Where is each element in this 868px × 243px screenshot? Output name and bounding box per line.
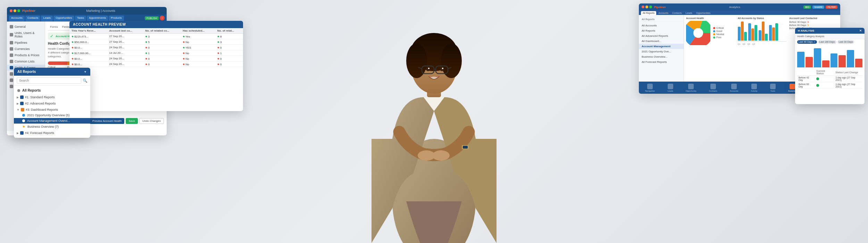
- nav-tab-accounts[interactable]: Accounts: [9, 16, 25, 22]
- nav-icon-tools[interactable]: Tools: [770, 84, 776, 92]
- publish-button[interactable]: PUBLISH: [145, 16, 159, 20]
- sub-tab-forms[interactable]: Forms: [48, 24, 60, 30]
- analytics-tab-contacts[interactable]: Contacts: [670, 11, 684, 15]
- sidebar-item-currencies[interactable]: Currencies: [7, 46, 45, 52]
- sub-item-business-overview[interactable]: ★ Business Overview (7): [14, 124, 90, 129]
- settings-icon: [10, 72, 13, 76]
- sidebar-item-general[interactable]: General: [7, 24, 45, 30]
- legend-item-critical: Critical: [713, 27, 724, 29]
- preview-button[interactable]: Preview Account Health: [90, 118, 125, 124]
- filter-last30[interactable]: Last 30 Days: [837, 40, 854, 44]
- detail-title-text: H ANALYSIS: [798, 29, 814, 32]
- app-logo: Pipeliner: [22, 9, 35, 12]
- sidebar-all-reports[interactable]: All Reports: [639, 28, 684, 33]
- legend-dot-critical: [713, 27, 715, 29]
- detail-row-name-2: Before 60 Day: [797, 82, 815, 89]
- nav-icon-contacts-label: Contacts: [709, 90, 717, 92]
- undo-button[interactable]: Undo Changes: [139, 118, 164, 124]
- sidebar-advanced-reports[interactable]: All Advanced Reports: [639, 33, 684, 39]
- report-group-2-header[interactable]: ▶ #2: Advanced Reports: [14, 101, 90, 106]
- report-group-4-header[interactable]: ▶ #4: Forecast Reports: [14, 130, 90, 136]
- analytics-tab-accounts[interactable]: Accounts: [657, 11, 670, 15]
- bar-group-3: [759, 22, 768, 41]
- nav-icon-opportunity[interactable]: Opportunity: [686, 84, 696, 92]
- maximize-button[interactable]: [17, 9, 20, 12]
- sidebar-forecast[interactable]: All Forecast Reports: [639, 59, 684, 65]
- nav-icon-accounts[interactable]: Accounts: [730, 84, 738, 92]
- sidebar-all-accounts[interactable]: All Accounts: [639, 23, 684, 28]
- bar-legend-label-q1: Q1: [738, 43, 741, 45]
- settings-titlebar: Pipeliner Marketing | Accounts: [7, 7, 167, 15]
- report-group-3-header[interactable]: ▼ #3: Dashboard Reports: [14, 107, 90, 112]
- bar-blue-4: [769, 25, 772, 41]
- activity-icon: [751, 84, 757, 89]
- detail-close-icon[interactable]: ✕: [859, 29, 862, 32]
- nav-tab-leads[interactable]: Leads: [41, 16, 53, 22]
- legend-dot-neutral: [713, 33, 715, 35]
- sidebar-item-products[interactable]: Products & Prices: [7, 52, 45, 58]
- analytics-tab-opportunities[interactable]: Opportunities: [694, 11, 712, 15]
- nav-icon-contacts[interactable]: Contacts: [709, 84, 717, 92]
- date-cell: 14 Jul 20...: [107, 50, 143, 56]
- min-btn[interactable]: [645, 6, 648, 8]
- sub-item-opportunity-overview[interactable]: 2021 Opportunity Overview (5): [14, 112, 90, 118]
- revenue-cell: ● $0.0...: [69, 56, 107, 61]
- analytics-logo: Pipeliner: [654, 6, 666, 9]
- bar-teal-4: [775, 23, 778, 41]
- sidebar-item-lists[interactable]: Common Lists: [7, 58, 45, 65]
- nav-icon-navigation[interactable]: Navigation: [645, 84, 655, 92]
- sidebar-opportunity-overview[interactable]: 2021 Opportunity Ove...: [639, 49, 684, 54]
- detail-row-status-1: [815, 76, 834, 82]
- table-row: ● $0.0... 24 Sep 20... ● 0 ● No ● 0: [69, 56, 243, 61]
- sidebar-item-units[interactable]: Units, Users & Roles: [7, 30, 45, 40]
- save-button[interactable]: Save: [126, 118, 137, 124]
- nav-icon-activity[interactable]: Activity: [751, 84, 758, 92]
- legend-dot-poor: [713, 30, 715, 32]
- sidebar-dashboard[interactable]: All Dashboard...: [639, 39, 684, 44]
- chevron-right-icon-4: ▶: [17, 132, 19, 135]
- related-cell: ● 3: [143, 34, 181, 39]
- share-btn[interactable]: SHARE: [812, 6, 824, 9]
- bar-legend-label-q3: Q3: [748, 43, 750, 45]
- sidebar-item-pipelines[interactable]: Pipelines: [7, 40, 45, 46]
- svg-rect-9: [436, 66, 448, 74]
- sub-item-account-management[interactable]: Account Management Overvi...: [14, 118, 90, 124]
- bar-teal-1: [744, 32, 747, 41]
- related2-cell: ● 1: [215, 50, 243, 56]
- nav-icon-navigation-label: Navigation: [645, 90, 655, 92]
- max-btn[interactable]: [649, 6, 652, 8]
- filter-last180[interactable]: Last 180 Days: [818, 40, 836, 44]
- automation-icon: [10, 78, 13, 82]
- reports-panel-header: All Reports ▼: [14, 68, 90, 76]
- left-section: Pipeliner Marketing | Accounts Accounts …: [0, 0, 174, 243]
- nav-tab-contacts[interactable]: Contacts: [25, 16, 41, 22]
- analytics-window-controls: [642, 6, 652, 8]
- nav-icon-leads[interactable]: Leads: [667, 84, 673, 92]
- sidebar-business-overview[interactable]: Business Overview...: [639, 54, 684, 59]
- scheduled-cell: ● No: [181, 39, 215, 45]
- reports-dropdown-arrow[interactable]: ▼: [84, 70, 87, 74]
- bar-teal-2: [754, 25, 757, 41]
- filter-last90[interactable]: Last 90 Days ✓: [797, 40, 817, 44]
- analytics-tab-all[interactable]: All Reports: [641, 11, 656, 15]
- legend-label-neutral: Neutral: [716, 33, 724, 35]
- currency-icon: [10, 47, 13, 51]
- nav-icon-accounts-label: Accounts: [730, 90, 738, 92]
- sub-item-opportunity-label: 2021 Opportunity Overview (5): [27, 114, 70, 117]
- detail-table-row: Before 42 Day 1 day ago (27 Sep 2021): [797, 76, 862, 82]
- minimize-button[interactable]: [14, 9, 16, 12]
- status-circle-green-1: [816, 77, 819, 80]
- report-group-1-header[interactable]: ▶ #1: Standard Reports: [14, 94, 90, 100]
- sidebar-account-mgmt[interactable]: Account Management: [639, 44, 684, 49]
- all-reports-item[interactable]: All Reports: [14, 87, 90, 94]
- analytics-tab-leads[interactable]: Leads: [684, 11, 694, 15]
- sub-item-account-label: Account Management Overvi...: [27, 119, 70, 123]
- publish-analytics-btn[interactable]: BIG: [803, 6, 811, 9]
- search-input[interactable]: [17, 77, 81, 84]
- group1-icon: [20, 95, 24, 99]
- filter-btn[interactable]: FILTER: [826, 6, 837, 9]
- close-button[interactable]: [10, 9, 12, 12]
- chevron-down-icon: ▼: [17, 108, 19, 111]
- mini-bar-5: [831, 53, 838, 67]
- close-btn[interactable]: [642, 6, 644, 8]
